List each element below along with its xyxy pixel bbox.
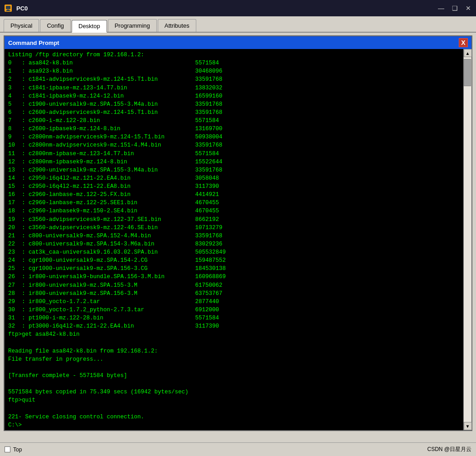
tab-config[interactable]: Config xyxy=(40,19,71,32)
minimize-button[interactable]: — xyxy=(437,4,445,12)
window-title: PC0 xyxy=(16,5,437,12)
tab-desktop[interactable]: Desktop xyxy=(72,20,107,33)
svg-rect-3 xyxy=(6,10,10,11)
watermark: CSDN @日星月云 xyxy=(427,446,471,453)
terminal-output: Listing /ftp directory from 192.168.1.2:… xyxy=(8,51,460,429)
tab-programming[interactable]: Programming xyxy=(108,19,157,32)
svg-rect-1 xyxy=(6,6,10,9)
cmd-title: Command Prompt xyxy=(8,39,59,46)
statusbar: Top CSDN @日星月云 xyxy=(0,442,476,456)
scroll-up-button[interactable]: ▲ xyxy=(464,49,472,57)
tab-attributes[interactable]: Attributes xyxy=(158,19,196,32)
cmd-titlebar: Command Prompt X xyxy=(5,36,471,49)
top-checkbox[interactable] xyxy=(5,446,10,452)
cmd-body: Listing /ftp directory from 192.168.1.2:… xyxy=(5,49,471,430)
terminal-area: Listing /ftp directory from 192.168.1.2:… xyxy=(5,49,463,430)
cmd-window: Command Prompt X Listing /ftp directory … xyxy=(4,35,472,431)
statusbar-left: Top xyxy=(5,446,22,453)
scrollbar-thumb[interactable] xyxy=(464,59,471,86)
window-controls: — ❑ ✕ xyxy=(437,4,472,12)
tab-bar: Physical Config Desktop Programming Attr… xyxy=(0,16,476,33)
tab-physical[interactable]: Physical xyxy=(4,19,39,32)
close-button[interactable]: ✕ xyxy=(464,4,472,12)
scroll-down-button[interactable]: ▼ xyxy=(464,422,472,430)
top-label: Top xyxy=(13,446,22,453)
cmd-close-button[interactable]: X xyxy=(459,38,468,47)
scrollbar-track[interactable] xyxy=(464,57,471,422)
app-icon xyxy=(4,4,13,13)
terminal[interactable]: Listing /ftp directory from 192.168.1.2:… xyxy=(5,49,463,430)
titlebar: PC0 — ❑ ✕ xyxy=(0,0,476,16)
svg-rect-2 xyxy=(7,10,10,10)
scrollbar[interactable]: ▲ ▼ xyxy=(463,49,471,430)
maximize-button[interactable]: ❑ xyxy=(451,4,459,12)
main-content: Command Prompt X Listing /ftp directory … xyxy=(0,33,476,434)
